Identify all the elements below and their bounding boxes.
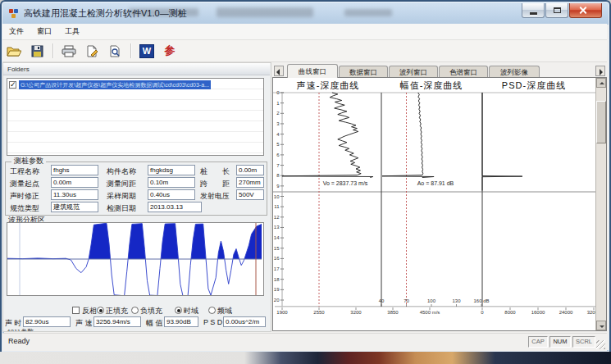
tab-scroll-left-button[interactable] [274, 66, 284, 76]
tab-wavetrain-image[interactable]: 波列影像 [489, 66, 540, 77]
svg-text:19: 19 [274, 287, 280, 292]
tab-wavetrain-window[interactable]: 波列窗口 [389, 66, 438, 77]
scroll-up-button[interactable] [596, 78, 606, 88]
svg-text:8000: 8000 [504, 310, 516, 315]
standard-type-field[interactable]: 建筑规范 [51, 202, 98, 212]
field-label: 规范类型 [10, 203, 39, 214]
file-list-item[interactable]: G:\公司产品设计开发\超声仪器\超声仪实地检测数据调试\cd\cd03\cd0… [9, 80, 211, 89]
export-button[interactable] [82, 42, 102, 60]
svg-text:3: 3 [276, 121, 280, 126]
start-point-field[interactable]: 0.00m [51, 177, 98, 188]
svg-text:10: 10 [274, 194, 280, 199]
test-date-field[interactable]: 2013.03.13 [148, 202, 202, 212]
svg-text:100: 100 [427, 298, 436, 303]
fill-positive-radio[interactable] [97, 307, 104, 314]
open-button[interactable] [4, 42, 24, 60]
folders-panel-header[interactable]: Folders [3, 63, 270, 75]
project-name-field[interactable]: fhghs [51, 165, 98, 175]
folders-title: Folders [7, 66, 30, 73]
amplitude-chart-title: 幅值-深度曲线 [376, 80, 486, 92]
svg-text:160 dB: 160 dB [473, 298, 489, 303]
maximize-button[interactable] [545, 3, 568, 18]
desktop-background [0, 352, 611, 364]
field-label: 测量起点 [10, 179, 39, 189]
menu-file[interactable]: 文件 [2, 25, 30, 39]
save-floppy-icon [31, 45, 43, 57]
time-domain-radio[interactable] [175, 307, 182, 314]
svg-text:13: 13 [274, 225, 280, 230]
psd-field[interactable]: 0.00us^2/m [223, 316, 266, 327]
save-button[interactable] [27, 42, 47, 60]
waveform-display[interactable] [7, 222, 264, 296]
field-label: 构件名称 [107, 166, 136, 177]
voltage-field[interactable]: 500V [236, 189, 264, 200]
sound-speed-field[interactable]: 3256.94m/s [93, 316, 141, 327]
chart-scrollbar[interactable] [595, 78, 606, 330]
file-checkbox[interactable] [9, 81, 16, 89]
resize-grip[interactable] [596, 340, 605, 349]
span-field[interactable]: 270mm [236, 177, 264, 188]
curve-chart-area[interactable]: 0123456789101112131415161718192019002550… [272, 77, 607, 331]
title-bar[interactable]: 高铁建用混凝土检测分析软件V1.0—测桩 [2, 2, 609, 24]
waveform-plot [7, 223, 263, 295]
fill-negative-label: 负填充 [140, 306, 162, 316]
svg-text:14: 14 [274, 235, 280, 240]
preview-button[interactable] [105, 42, 125, 60]
svg-text:18: 18 [274, 277, 280, 282]
up-arrow-icon [600, 82, 604, 84]
close-button[interactable] [569, 3, 602, 18]
invert-checkbox[interactable] [72, 307, 80, 314]
tab-spectrum-window[interactable]: 色谱窗口 [439, 66, 488, 77]
minimize-button[interactable] [522, 3, 545, 18]
field-label: 测量间距 [107, 179, 136, 189]
component-name-field[interactable]: fhgkdsg [148, 165, 195, 175]
svg-text:12: 12 [274, 215, 280, 220]
depth-curves-plot: 0123456789101112131415161718192019002550… [273, 78, 595, 330]
amplitude-field[interactable]: 93.90dB [164, 316, 198, 327]
scroll-down-button[interactable] [596, 321, 606, 330]
right-arrow-icon [600, 69, 603, 75]
fill-negative-radio[interactable] [131, 307, 139, 314]
print-button[interactable] [59, 42, 79, 60]
word-report-button[interactable]: W [137, 42, 157, 60]
tab-scroll-right-button[interactable] [595, 66, 605, 76]
file-list[interactable]: G:\公司产品设计开发\超声仪器\超声仪实地检测数据调试\cd\cd03\cd0… [7, 78, 264, 156]
time-correction-field[interactable]: 11.30us [51, 189, 98, 200]
svg-text:6: 6 [276, 152, 280, 157]
page-edit-icon [86, 45, 98, 57]
freq-domain-label: 频域 [217, 306, 232, 316]
sample-period-field[interactable]: 0.40us [148, 189, 195, 200]
down-arrow-icon [600, 325, 604, 328]
caps-indicator: CAP [528, 336, 548, 348]
sound-time-field[interactable]: 82.90us [23, 316, 71, 327]
velocity-chart-title: 声速-深度曲线 [273, 80, 383, 92]
freq-domain-radio[interactable] [208, 307, 216, 314]
field-label: 桩 长 [200, 166, 230, 177]
menu-tools[interactable]: 工具 [58, 25, 86, 39]
glass-reflection [217, 7, 313, 17]
svg-text:9: 9 [276, 184, 280, 189]
field-label: 声时修正 [10, 191, 39, 202]
tab-data-window[interactable]: 数据窗口 [339, 66, 388, 77]
pile-params-title: 测桩参数 [11, 156, 46, 166]
app-icon [9, 9, 20, 18]
scroll-indicator: SCRL [572, 336, 595, 348]
num-indicator: NUM [549, 336, 571, 348]
field-label: 发射电压 [200, 191, 230, 202]
parameter-button[interactable]: 参 [160, 42, 180, 60]
fill-positive-label: 正填充 [106, 306, 128, 316]
svg-text:17: 17 [274, 266, 280, 271]
scrollbar-thumb[interactable] [596, 101, 606, 143]
window-title: 高铁建用混凝土检测分析软件V1.0—测桩 [24, 7, 187, 20]
left-arrow-icon [276, 69, 280, 75]
interval-field[interactable]: 0.10m [148, 177, 195, 188]
menu-window[interactable]: 窗口 [30, 25, 58, 39]
word-icon: W [139, 44, 154, 58]
reading-label: 幅 值 [146, 318, 163, 329]
svg-text:3200: 3200 [350, 310, 362, 315]
clipped-group-label: 4811参数 [7, 327, 105, 331]
svg-text:Ao = 87.91 dB: Ao = 87.91 dB [417, 180, 454, 186]
tab-curve-window[interactable]: 曲线窗口 [287, 64, 338, 78]
glass-reflection [344, 9, 392, 16]
pile-length-field[interactable]: 0.00m [236, 165, 264, 175]
